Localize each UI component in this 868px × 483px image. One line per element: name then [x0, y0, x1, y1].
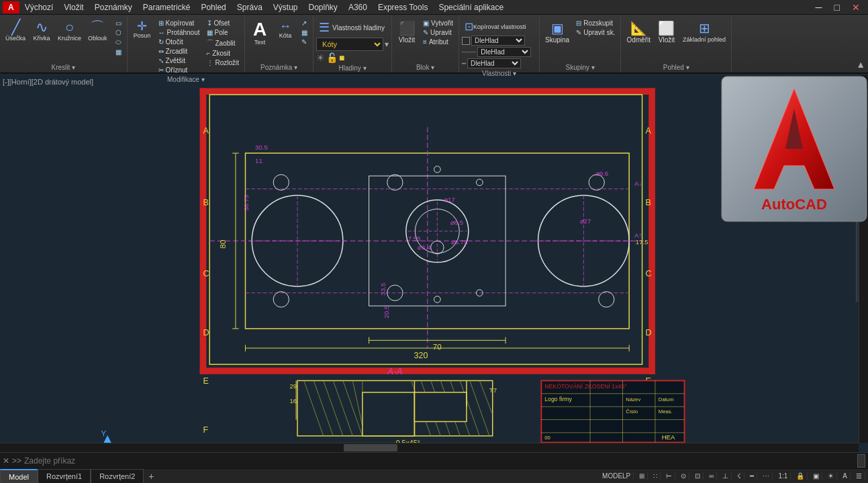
line-icon: ╱	[11, 20, 20, 35]
app-menu-button[interactable]: A	[3, 1, 19, 13]
tool-scale[interactable]: ⤡ Zvětšit	[156, 56, 203, 65]
tool-usecka[interactable]: ╱ Úsečka	[3, 19, 28, 43]
circle-icon: ○	[65, 20, 74, 35]
menu-a360[interactable]: A360	[343, 1, 373, 13]
tool-explode[interactable]: ⋮ Rozložit	[204, 58, 242, 67]
tool-zakladni-pohled[interactable]: ⊞ Základní pohled	[680, 19, 728, 44]
tab-layout2[interactable]: Rozvrţení2	[91, 469, 144, 484]
layer-freeze-icon[interactable]: ☀	[316, 52, 325, 63]
tool-edit-block[interactable]: ✎ Upravit	[420, 28, 456, 37]
ws-button[interactable]: ☰	[853, 472, 865, 480]
tool-table[interactable]: ▦	[299, 28, 310, 37]
command-close-icon[interactable]: ✕	[3, 456, 9, 466]
tool-hatch[interactable]: ▦	[113, 48, 124, 56]
ducs-button[interactable]: ⊥	[720, 472, 732, 480]
layer-dropdown-arrow[interactable]: ▾	[385, 40, 389, 49]
tool-ellipse[interactable]: ⬭	[113, 38, 124, 47]
minimize-button[interactable]: ─	[810, 1, 828, 14]
tool-kota[interactable]: ↔ Kóta	[273, 19, 297, 40]
menu-doplnky[interactable]: Doplňky	[303, 1, 343, 13]
polar-button[interactable]: ⊙	[678, 472, 689, 480]
menu-vystup[interactable]: Výstup	[268, 1, 303, 13]
command-scroll[interactable]	[857, 454, 865, 468]
section-pohled-label[interactable]: Pohled	[624, 62, 728, 72]
color-dropdown[interactable]: DleHlad	[471, 36, 525, 46]
add-layout-button[interactable]: +	[144, 469, 158, 484]
command-search-icon[interactable]: >>	[12, 456, 21, 466]
tool-kopirovat[interactable]: ⊞ Kopírovat	[156, 19, 203, 28]
lweight-button[interactable]: ━	[747, 472, 757, 480]
ribbon-expand[interactable]: ▲	[853, 16, 868, 72]
section-kreslit-label[interactable]: Kreslit	[3, 62, 124, 72]
tool-mirror[interactable]: ⇔ Zrcadlit	[156, 47, 203, 56]
isolate-button[interactable]: ☀	[825, 472, 837, 480]
tool-protahnout[interactable]: ↔ Protáhnout	[156, 28, 203, 37]
tool-text[interactable]: A Text	[248, 19, 272, 47]
layer-dropdown[interactable]: Kóty	[316, 38, 383, 51]
tool-vlozit-btn2[interactable]: ⬜ Vložit	[655, 19, 679, 45]
section-hladiny-label[interactable]: Hladiny	[316, 63, 389, 73]
osnap-button[interactable]: ⊡	[692, 472, 704, 480]
horizontal-scrollbar[interactable]	[0, 443, 859, 452]
layers-icon: ☰	[319, 20, 330, 35]
tool-kruznice[interactable]: ○ Kružnice	[55, 19, 84, 43]
menu-sprava[interactable]: Správa	[232, 1, 268, 13]
modelp-button[interactable]: MODELP	[599, 472, 634, 480]
hardware-button[interactable]: ▣	[810, 472, 822, 480]
layer-lock-icon[interactable]: 🔓	[326, 52, 338, 63]
tool-group-edit[interactable]: ✎ Upravit sk.	[573, 28, 618, 37]
ortho-button[interactable]: ⊢	[663, 472, 675, 480]
tool-oblouk[interactable]: ⌒ Oblouk	[85, 19, 110, 43]
tool-odmerit[interactable]: 📐 Odměřit	[624, 19, 653, 45]
menu-vychozi[interactable]: Výchozí	[19, 1, 59, 13]
tool-skupina[interactable]: ▣ Skupina	[542, 19, 572, 45]
tool-leader[interactable]: ↗	[299, 19, 310, 28]
tool-rotate[interactable]: ↻ Otočit	[156, 38, 203, 46]
menu-poznamky[interactable]: Poznámky	[89, 1, 138, 13]
tool-polygon[interactable]: ⬡	[113, 28, 124, 37]
tool-attrib[interactable]: ≡ Atribut	[420, 38, 456, 46]
maximize-button[interactable]: □	[829, 1, 845, 14]
tp-button[interactable]: ⋯	[760, 472, 773, 480]
snap-button[interactable]: ∷	[650, 472, 661, 480]
linetype-dropdown[interactable]: DleHlad	[477, 47, 531, 57]
section-skupiny-label[interactable]: Skupiny	[542, 62, 618, 72]
h-scrollbar-thumb[interactable]	[344, 444, 397, 451]
tab-layout1[interactable]: Rozvrţení1	[38, 469, 91, 484]
tool-markup[interactable]: ✎	[299, 38, 310, 46]
lock-button[interactable]: 🔒	[793, 472, 808, 480]
tool-chamfer[interactable]: ⌐ Zkosit	[204, 49, 242, 58]
tool-kopirovat-vlastnosti[interactable]: ⊡ Kopírovat vlastnosti	[462, 19, 529, 34]
zoom-scale[interactable]: 1:1	[775, 472, 791, 480]
menu-express[interactable]: Express Tools	[373, 1, 433, 13]
menu-vlozit[interactable]: Vložit	[58, 1, 89, 13]
menu-pohled[interactable]: Pohled	[195, 1, 231, 13]
tool-vlastnosti-hladiny[interactable]: ☰ Vlastnosti hladiny	[316, 19, 387, 36]
section-modifikace-label[interactable]: Modifikace	[130, 74, 242, 85]
close-button[interactable]: ✕	[847, 1, 865, 14]
tool-trim[interactable]: ✂ Oříznut	[156, 66, 203, 74]
lineweight-dropdown[interactable]: DleHlad	[467, 58, 521, 68]
tool-vlozit[interactable]: ⬛ Vložit	[395, 19, 419, 45]
tool-fillet[interactable]: ⌒ Zaoblit	[204, 38, 242, 48]
otrack-button[interactable]: ∞	[706, 472, 717, 480]
section-vlastnosti-label[interactable]: Vlastnosti	[462, 68, 536, 78]
tab-model[interactable]: Model	[0, 469, 38, 484]
section-blok-label[interactable]: Blok	[395, 62, 456, 72]
tool-krivka[interactable]: ∿ Křivka	[30, 19, 54, 43]
menu-special[interactable]: Speciální aplikace	[433, 1, 509, 13]
tool-ungroup[interactable]: ⊟ Rozskupit	[573, 19, 618, 28]
tool-posun[interactable]: ✛ Posun	[130, 19, 154, 40]
tool-create-block[interactable]: ▣ Vytvořit	[420, 19, 456, 28]
tool-array[interactable]: ▦ Pole	[204, 28, 242, 37]
section-poznamka-label[interactable]: Poznámka	[248, 62, 310, 72]
grid-button[interactable]: ⊞	[636, 472, 648, 480]
dyn-button[interactable]: ☇	[734, 472, 744, 480]
command-input[interactable]	[24, 456, 855, 466]
tool-rectangle[interactable]: ▭	[113, 19, 124, 28]
svg-text:B: B	[203, 198, 209, 207]
menu-parametricke[interactable]: Parametrické	[138, 1, 196, 13]
annotation-button[interactable]: A	[840, 472, 851, 480]
tool-offset[interactable]: ↧ Ofset	[204, 19, 242, 28]
layer-color-icon[interactable]: ■	[339, 52, 344, 63]
